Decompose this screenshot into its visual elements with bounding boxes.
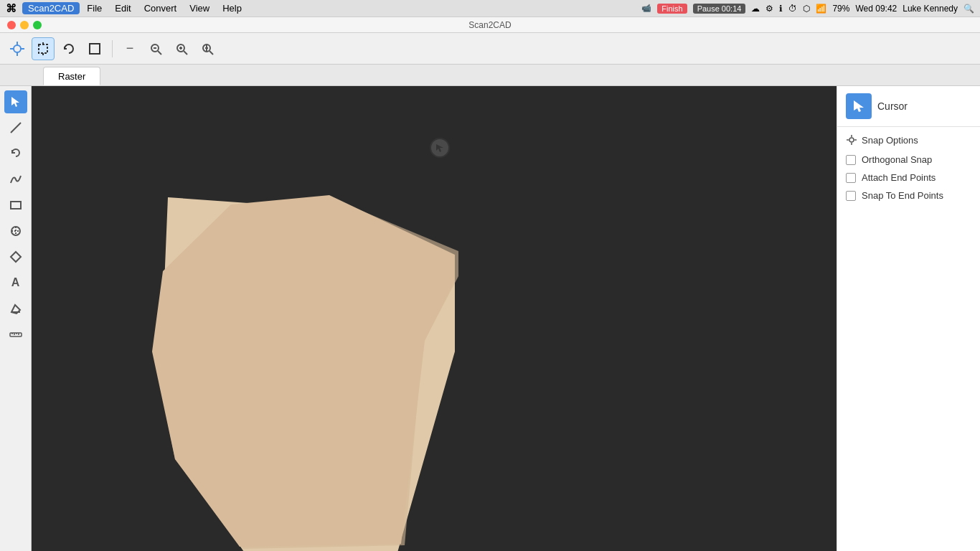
left-toolbar: A <box>0 86 32 551</box>
svg-marker-38 <box>436 144 443 152</box>
svg-line-10 <box>158 51 161 55</box>
curve-tool[interactable] <box>4 168 27 191</box>
attach-end-points-checkbox[interactable] <box>846 173 856 183</box>
line-tool[interactable] <box>4 116 27 139</box>
settings-icon: ⚙ <box>765 4 773 14</box>
svg-rect-5 <box>39 44 47 53</box>
zoom-out-tool[interactable]: − <box>118 37 141 60</box>
svg-rect-8 <box>90 44 100 54</box>
svg-point-40 <box>849 138 854 142</box>
snap-icon <box>846 134 857 146</box>
crop-tool[interactable] <box>83 37 106 60</box>
battery-level: 79% <box>832 4 849 14</box>
svg-marker-20 <box>11 97 19 107</box>
svg-point-0 <box>14 45 21 52</box>
snap-to-end-points-checkbox[interactable] <box>846 191 856 201</box>
snap-to-end-points-option: Snap To End Points <box>846 190 971 201</box>
info-icon: ℹ <box>779 4 783 14</box>
cursor-label: Cursor <box>877 100 908 112</box>
crosshair-tool[interactable] <box>32 37 55 60</box>
datetime: Wed 09:42 <box>855 4 897 14</box>
orthogonal-snap-checkbox[interactable] <box>846 155 856 165</box>
cursor-section: Cursor <box>837 86 980 127</box>
toolbar-separator-1 <box>112 40 113 57</box>
svg-marker-39 <box>854 100 864 112</box>
edit-menu[interactable]: Edit <box>109 2 136 14</box>
orthogonal-snap-option: Orthogonal Snap <box>846 154 971 165</box>
zoom-in-tool[interactable] <box>196 37 219 60</box>
diamond-tool[interactable] <box>4 245 27 268</box>
attach-end-points-label: Attach End Points <box>862 172 936 183</box>
svg-line-21 <box>11 123 21 133</box>
circle-tool[interactable] <box>4 220 27 242</box>
history-icon: ⏱ <box>788 4 797 14</box>
convert-menu[interactable]: Convert <box>138 2 183 14</box>
screen-record-icon: 📹 <box>641 4 651 13</box>
attach-end-points-option: Attach End Points <box>846 172 971 183</box>
window-title: Scan2CAD <box>468 20 511 30</box>
menubar: ⌘ Scan2CAD File Edit Convert View Help 📹… <box>0 0 980 17</box>
menubar-right: 📹 Finish Pause 00:14 ☁ ⚙ ℹ ⏱ ⬡ 📶 79% Wed… <box>641 4 974 14</box>
cursor-icon-button[interactable] <box>846 93 872 119</box>
toolbar: − <box>0 33 980 65</box>
snap-to-end-points-label: Snap To End Points <box>862 190 943 201</box>
titlebar: Scan2CAD <box>0 17 980 33</box>
canvas-area[interactable] <box>32 86 837 551</box>
svg-line-17 <box>209 51 213 55</box>
eraser-tool[interactable] <box>4 297 27 320</box>
orthogonal-snap-label: Orthogonal Snap <box>862 154 932 165</box>
bluetooth-icon: ⬡ <box>803 4 810 14</box>
svg-marker-37 <box>152 195 455 547</box>
svg-marker-26 <box>11 252 21 262</box>
right-panel: Cursor Snap Options Orthogonal Snap <box>837 86 980 551</box>
username: Luke Kennedy <box>903 4 958 14</box>
cloud-icon: ☁ <box>751 4 760 14</box>
raster-tab[interactable]: Raster <box>43 67 100 85</box>
main-area: A <box>0 86 980 551</box>
cursor-indicator <box>430 138 450 158</box>
close-button[interactable] <box>7 21 16 29</box>
svg-line-13 <box>184 51 187 55</box>
apple-menu[interactable]: ⌘ <box>6 2 17 15</box>
pause-button[interactable]: Pause 00:14 <box>693 4 746 14</box>
rotate-tool[interactable] <box>57 37 80 60</box>
wifi-icon: 📶 <box>816 4 826 14</box>
home-tool[interactable] <box>6 37 29 60</box>
undo-tool[interactable] <box>4 142 27 165</box>
text-tool[interactable]: A <box>4 271 27 294</box>
window-controls <box>7 21 42 29</box>
minimize-button[interactable] <box>20 21 29 29</box>
select-tool[interactable] <box>4 90 27 113</box>
file-menu[interactable]: File <box>81 2 108 14</box>
measure-tool[interactable] <box>4 323 27 346</box>
rect-tool[interactable] <box>4 194 27 217</box>
help-menu[interactable]: Help <box>217 2 248 14</box>
search-icon[interactable]: 🔍 <box>963 4 974 14</box>
maximize-button[interactable] <box>33 21 42 29</box>
svg-rect-22 <box>11 202 21 209</box>
tabbar: Raster <box>0 65 980 86</box>
snap-options-header: Snap Options <box>846 134 971 146</box>
snap-section: Snap Options Orthogonal Snap Attach End … <box>837 127 980 215</box>
view-menu[interactable]: View <box>184 2 215 14</box>
app-name[interactable]: Scan2CAD <box>22 2 80 14</box>
zoom-custom-tool[interactable] <box>170 37 193 60</box>
finish-button[interactable]: Finish <box>657 4 687 14</box>
zoom-fit-tool[interactable] <box>144 37 167 60</box>
